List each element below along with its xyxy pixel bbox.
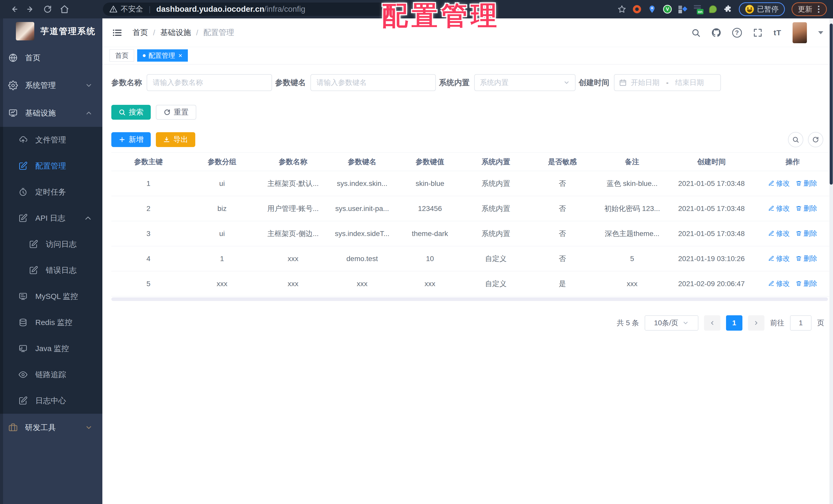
delete-link[interactable]: 删除 (795, 204, 817, 213)
avatar-caret-icon[interactable] (818, 31, 823, 34)
date-end-placeholder: 结束日期 (675, 78, 704, 87)
edit-link[interactable]: 修改 (768, 229, 790, 238)
tab-home[interactable]: 首页 (110, 49, 134, 61)
edit-link[interactable]: 修改 (768, 279, 790, 288)
edit-link[interactable]: 修改 (768, 254, 790, 263)
bookmark-star-icon[interactable] (618, 5, 626, 14)
table-row: 2biz用户管理-账号...sys.user.init-pa...123456系… (111, 196, 830, 221)
insecure-label: 不安全 (121, 4, 143, 14)
cell-id: 5 (111, 271, 186, 296)
pagination-total: 共 5 条 (617, 318, 639, 328)
sidebar-item-system[interactable]: 系统管理 (0, 72, 102, 99)
sidebar-item-file[interactable]: 文件管理 (0, 127, 102, 153)
export-button[interactable]: 导出 (156, 132, 195, 147)
sidebar-item-mysql[interactable]: MySQL 监控 (0, 283, 102, 309)
param-key-input[interactable] (310, 74, 436, 91)
extension-v-icon[interactable]: V (663, 5, 672, 14)
cell-remark: 5 (596, 246, 668, 271)
paused-badge[interactable]: 已暂停 (739, 2, 785, 16)
extensions-puzzle-icon[interactable] (723, 5, 732, 14)
goto-page-input[interactable] (790, 315, 811, 331)
extension-leaf-icon[interactable] (709, 5, 717, 13)
cell-name: xxx (259, 246, 328, 271)
prev-page-button[interactable] (704, 315, 720, 331)
plus-icon (118, 136, 126, 143)
extension-grid-icon[interactable] (679, 5, 687, 13)
trash-icon (795, 255, 802, 261)
delete-link[interactable]: 删除 (795, 179, 817, 188)
extension-donut-icon[interactable] (633, 5, 641, 13)
breadcrumb-home[interactable]: 首页 (133, 27, 148, 38)
cell-type: 系统内置 (463, 196, 528, 221)
github-icon[interactable] (712, 28, 721, 37)
cell-type: 系统内置 (463, 171, 528, 196)
next-page-button[interactable] (748, 315, 764, 331)
hide-search-button[interactable] (788, 132, 803, 147)
delete-link[interactable]: 删除 (795, 254, 817, 263)
extension-on-icon[interactable]: on (693, 5, 703, 14)
sidebar-item-java[interactable]: Java 监控 (0, 335, 102, 361)
date-range-picker[interactable]: 开始日期 - 结束日期 (614, 74, 721, 91)
page-size-select[interactable]: 10条/页 (645, 315, 698, 331)
current-page-button[interactable]: 1 (726, 315, 742, 331)
font-size-icon[interactable]: tT (774, 28, 781, 37)
sidebar-item-dev-tools[interactable]: 研发工具 (0, 414, 102, 442)
address-bar[interactable]: 不安全 | dashboard.yudao.iocoder.cn/infra/c… (103, 3, 387, 16)
browser-home-icon[interactable] (60, 5, 69, 14)
tab-config-active[interactable]: 配置管理 × (137, 49, 188, 61)
cell-type: 自定义 (463, 246, 528, 271)
sidebar-item-infra[interactable]: 基础设施 (0, 99, 102, 127)
sidebar-item-api-log[interactable]: API 日志 (0, 205, 102, 231)
delete-link[interactable]: 删除 (795, 229, 817, 238)
edit-square-icon (19, 161, 28, 171)
edit-pencil-icon (768, 205, 775, 211)
date-start-placeholder: 开始日期 (631, 78, 660, 87)
builtin-select[interactable]: 系统内置 (474, 74, 575, 91)
sidebar-item-redis[interactable]: Redis 监控 (0, 309, 102, 335)
edit-link[interactable]: 修改 (768, 179, 790, 188)
sidebar-item-trace[interactable]: 链路追踪 (0, 361, 102, 388)
edit-link[interactable]: 修改 (768, 204, 790, 213)
cell-value: theme-dark (397, 221, 463, 246)
add-button[interactable]: 新增 (111, 132, 151, 147)
search-button[interactable]: 搜索 (111, 105, 151, 120)
sidebar-collapse-icon[interactable] (112, 28, 122, 38)
content-area: 参数名称 参数键名 系统内置 系统内置 创建时间 (102, 65, 833, 504)
timer-icon (19, 187, 28, 197)
mysql-monitor-icon (19, 292, 28, 301)
browser-forward-icon[interactable] (26, 5, 35, 14)
extension-pin-icon[interactable] (648, 5, 657, 14)
refresh-table-button[interactable] (808, 132, 823, 147)
sidebar-item-access-log[interactable]: 访问日志 (0, 231, 102, 257)
scrollbar-thumb[interactable] (830, 24, 833, 185)
help-icon[interactable]: ? (732, 28, 742, 37)
tab-close-icon[interactable]: × (178, 52, 182, 59)
sidebar-item-log-center[interactable]: 日志中心 (0, 388, 102, 414)
edit-pencil-icon (768, 230, 775, 236)
page-scrollbar[interactable] (829, 19, 833, 504)
sidebar-item-home[interactable]: 首页 (0, 44, 102, 72)
browser-menu-kebab-icon[interactable] (817, 5, 820, 14)
browser-back-icon[interactable] (9, 5, 19, 14)
table-horizontal-scrollbar[interactable] (111, 297, 828, 301)
user-avatar[interactable] (792, 22, 807, 43)
delete-link[interactable]: 删除 (795, 279, 817, 288)
browser-refresh-icon[interactable] (43, 5, 52, 14)
cell-actions: 修改删除 (755, 246, 830, 271)
sidebar-item-job[interactable]: 定时任务 (0, 179, 102, 205)
header-search-icon[interactable] (691, 28, 700, 37)
cell-key: sys.user.init-pa... (328, 196, 397, 221)
update-badge[interactable]: 更新 (791, 2, 827, 16)
reset-button[interactable]: 重置 (156, 105, 196, 120)
cell-name: xxx (259, 271, 328, 296)
cell-sensitive: 是 (528, 271, 596, 296)
fullscreen-icon[interactable] (753, 28, 762, 37)
param-name-input[interactable] (147, 74, 272, 91)
breadcrumb-infra[interactable]: 基础设施 (160, 27, 191, 38)
sidebar-logo[interactable]: 芋道管理系统 (0, 19, 102, 44)
goto-label: 前往 (770, 318, 784, 328)
sidebar-item-error-log[interactable]: 错误日志 (0, 257, 102, 283)
cell-type: 系统内置 (463, 221, 528, 246)
sidebar-item-config[interactable]: 配置管理 (0, 153, 102, 179)
cell-id: 1 (111, 171, 186, 196)
